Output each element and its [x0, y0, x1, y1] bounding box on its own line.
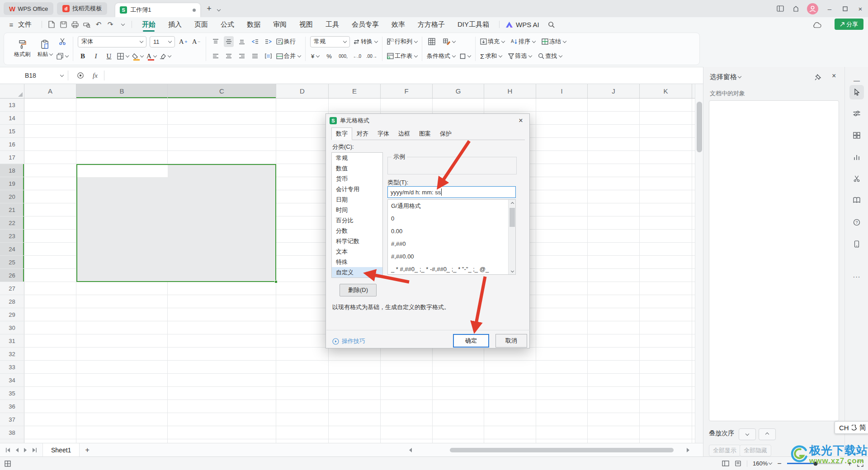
prev-sheet-icon[interactable]: [15, 448, 19, 452]
user-avatar[interactable]: [807, 3, 818, 14]
column-header-J[interactable]: J: [588, 84, 640, 98]
column-header-B[interactable]: B: [76, 84, 168, 98]
category-item-1[interactable]: 常规: [332, 153, 382, 163]
row-header-19[interactable]: 19: [0, 177, 24, 190]
convert-button[interactable]: 转换: [353, 36, 377, 47]
format-item-4[interactable]: #,##0: [388, 238, 515, 250]
row-header-38[interactable]: 38: [0, 426, 24, 439]
thousands-format-button[interactable]: 000,: [338, 51, 348, 61]
select-all-corner[interactable]: [0, 84, 24, 98]
worksheet-button[interactable]: 工作表: [387, 51, 417, 61]
menu-item-6[interactable]: 审阅: [267, 17, 293, 32]
row-header-32[interactable]: 32: [0, 348, 24, 360]
print-icon[interactable]: [69, 19, 81, 30]
column-header-H[interactable]: H: [484, 84, 536, 98]
close-button[interactable]: ×: [853, 0, 868, 17]
number-format-select[interactable]: 常规: [310, 36, 350, 47]
row-header-33[interactable]: 33: [0, 361, 24, 373]
new-tab-button[interactable]: +: [207, 4, 212, 14]
theme-skin-icon[interactable]: [788, 0, 803, 17]
column-header-E[interactable]: E: [329, 84, 381, 98]
dialog-tab-1[interactable]: 数字: [331, 127, 352, 140]
align-right-button[interactable]: [237, 51, 247, 61]
tab-wps-office[interactable]: W WPS Office: [4, 2, 53, 15]
category-item-11[interactable]: 特殊: [332, 257, 382, 267]
book-icon[interactable]: [853, 197, 860, 203]
column-header-D[interactable]: D: [276, 84, 329, 98]
filter-button[interactable]: 筛选: [508, 51, 532, 61]
name-box[interactable]: B18: [0, 72, 68, 79]
row-header-30[interactable]: 30: [0, 321, 24, 334]
align-center-button[interactable]: [224, 51, 234, 61]
dialog-tab-3[interactable]: 字体: [373, 127, 394, 140]
show-all-button[interactable]: 全部显示: [709, 445, 741, 456]
workspace-layout-icon[interactable]: [773, 0, 788, 17]
normal-view-icon[interactable]: [722, 461, 729, 466]
format-item-2[interactable]: 0: [388, 212, 515, 225]
help-icon[interactable]: ?: [853, 219, 860, 226]
row-header-20[interactable]: 20: [0, 190, 24, 203]
redo-icon[interactable]: ↷: [104, 19, 116, 30]
pin-icon[interactable]: [815, 74, 821, 80]
row-header-15[interactable]: 15: [0, 125, 24, 137]
maximize-button[interactable]: [837, 0, 853, 17]
row-header-34[interactable]: 34: [0, 374, 24, 386]
format-item-6[interactable]: _ * #,##0_ ;_ * -#,##0_ ;_ * "-"_ ;_ @_: [388, 263, 515, 275]
menu-item-8[interactable]: 工具: [319, 17, 345, 32]
save-icon[interactable]: [57, 19, 69, 30]
ok-button[interactable]: 确定: [453, 334, 489, 348]
decrease-font-button[interactable]: A−: [191, 36, 201, 47]
format-painter-button[interactable]: 格式刷: [11, 35, 33, 63]
new-file-icon[interactable]: [46, 19, 57, 30]
sheet-tab-sheet1[interactable]: Sheet1: [42, 443, 80, 456]
more-tools-icon[interactable]: ···: [853, 273, 861, 280]
font-name-select[interactable]: 宋体: [78, 36, 146, 47]
percent-format-button[interactable]: %: [324, 51, 334, 61]
row-header-24[interactable]: 24: [0, 243, 24, 255]
row-header-36[interactable]: 36: [0, 400, 24, 413]
chart-icon[interactable]: [854, 154, 860, 160]
freeze-panes-button[interactable]: 冻结: [542, 36, 566, 47]
column-header-K[interactable]: K: [640, 84, 692, 98]
cell-style-brush-button[interactable]: [443, 36, 455, 47]
borders-button[interactable]: [117, 51, 129, 61]
justify-button[interactable]: [250, 51, 260, 61]
category-item-5[interactable]: 日期: [332, 194, 382, 205]
menu-item-10[interactable]: 效率: [385, 17, 411, 32]
stack-down-button[interactable]: [739, 428, 756, 440]
vertical-scrollbar[interactable]: [695, 84, 703, 443]
selection-pane-title[interactable]: 选择窗格: [710, 73, 741, 81]
row-header-13[interactable]: 13: [0, 99, 24, 111]
menu-item-2[interactable]: 插入: [162, 17, 188, 32]
last-sheet-icon[interactable]: [32, 448, 37, 452]
align-middle-button[interactable]: [224, 36, 234, 47]
category-item-7[interactable]: 百分比: [332, 215, 382, 226]
delete-button[interactable]: 删除(D): [340, 284, 377, 296]
next-sheet-icon[interactable]: [24, 448, 27, 452]
stack-up-button[interactable]: [759, 428, 776, 440]
tab-docer-template[interactable]: d 找稻壳模板: [57, 2, 107, 15]
cut-strip-icon[interactable]: [854, 175, 860, 182]
row-header-37[interactable]: 37: [0, 413, 24, 426]
fill-color-button[interactable]: [132, 51, 143, 61]
row-header-27[interactable]: 27: [0, 282, 24, 295]
font-size-select[interactable]: 11: [150, 36, 175, 47]
format-list-scrollbar[interactable]: [508, 200, 515, 274]
format-item-1[interactable]: G/通用格式: [388, 200, 515, 212]
menu-file[interactable]: 文件: [17, 17, 38, 32]
dialog-tab-4[interactable]: 边框: [394, 127, 415, 140]
category-item-2[interactable]: 数值: [332, 163, 382, 174]
row-header-21[interactable]: 21: [0, 203, 24, 216]
hamburger-icon[interactable]: ≡: [5, 19, 17, 30]
zoom-slider[interactable]: [787, 463, 842, 464]
category-item-8[interactable]: 分数: [332, 226, 382, 236]
menu-item-11[interactable]: 方方格子: [411, 17, 451, 32]
clear-format-button[interactable]: [160, 51, 171, 61]
merge-cells-button[interactable]: 合并: [276, 51, 301, 61]
scroll-right-icon[interactable]: [687, 448, 689, 452]
properties-sliders-icon[interactable]: [853, 110, 861, 117]
column-header-F[interactable]: F: [381, 84, 433, 98]
objects-list[interactable]: [709, 100, 839, 421]
horizontal-scrollbar-thumb[interactable]: [450, 448, 674, 452]
distributed-button[interactable]: [263, 51, 273, 61]
